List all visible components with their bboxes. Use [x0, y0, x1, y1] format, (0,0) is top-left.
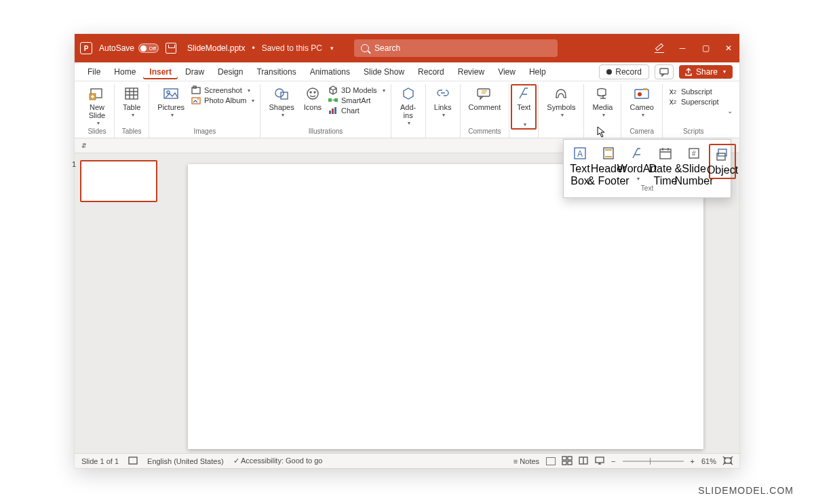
- zoom-slider[interactable]: [623, 461, 684, 462]
- group-scripts: x2Subscript x2Superscript Scripts: [663, 84, 724, 138]
- tab-home[interactable]: Home: [108, 64, 142, 79]
- qat-chevron-icon[interactable]: ⇵: [81, 142, 87, 149]
- slide-canvas[interactable]: [188, 164, 703, 449]
- subscript-button[interactable]: x2Subscript: [668, 87, 719, 96]
- addins-button[interactable]: Add- ins▾: [395, 84, 421, 128]
- text-dropdown-button[interactable]: Text▾: [511, 84, 537, 130]
- svg-rect-36: [605, 156, 612, 157]
- autosave-toggle[interactable]: AutoSave Off: [99, 43, 159, 53]
- shapes-button[interactable]: Shapes▾: [265, 84, 298, 120]
- thumbnail-number: 1: [72, 160, 76, 168]
- minimize-button[interactable]: ─: [677, 43, 688, 54]
- slideshow-view-icon[interactable]: [595, 457, 604, 466]
- accessibility-indicator[interactable]: ✓ Accessibility: Good to go: [233, 457, 323, 465]
- reading-view-icon[interactable]: [579, 457, 588, 466]
- tab-transitions[interactable]: Transitions: [250, 64, 302, 79]
- svg-text:#: #: [692, 150, 696, 157]
- zoom-in-button[interactable]: +: [691, 457, 695, 465]
- tab-help[interactable]: Help: [523, 64, 552, 79]
- powerpoint-icon: P: [80, 42, 92, 54]
- chart-button[interactable]: Chart: [328, 106, 385, 115]
- chevron-down-icon[interactable]: ▾: [330, 45, 334, 52]
- tab-file[interactable]: File: [81, 64, 106, 79]
- language-indicator[interactable]: English (United States): [147, 457, 224, 465]
- object-button[interactable]: Object: [709, 144, 736, 179]
- svg-rect-18: [332, 109, 334, 114]
- cameo-button[interactable]: Cameo▾: [625, 84, 657, 120]
- group-tables: Table▾ Tables: [115, 84, 149, 138]
- tab-animations[interactable]: Animations: [304, 64, 356, 79]
- workspace: 1: [75, 153, 739, 453]
- svg-point-5: [167, 91, 170, 94]
- table-button[interactable]: Table▾: [119, 84, 144, 120]
- group-media: Media▾: [584, 84, 621, 138]
- group-addins: Add- ins▾: [391, 84, 426, 138]
- tab-record[interactable]: Record: [412, 64, 450, 79]
- titlebar: P AutoSave Off SlideModel.pptx • Saved t…: [75, 34, 739, 62]
- svg-rect-23: [643, 88, 647, 90]
- spellcheck-icon[interactable]: [128, 457, 138, 466]
- comment-button[interactable]: Comment: [465, 84, 505, 113]
- svg-point-9: [197, 98, 199, 100]
- smartart-button[interactable]: SmartArt: [328, 96, 385, 105]
- svg-rect-21: [635, 90, 648, 98]
- svg-point-22: [638, 92, 642, 96]
- icons-button[interactable]: Icons: [300, 84, 326, 113]
- tab-insert[interactable]: Insert: [143, 64, 178, 79]
- symbols-button[interactable]: Symbols▾: [543, 84, 579, 120]
- tab-design[interactable]: Design: [212, 64, 249, 79]
- maximize-button[interactable]: ▢: [700, 43, 711, 54]
- document-title: SlideModel.pptx: [187, 43, 245, 53]
- notes-button[interactable]: ≡ Notes: [513, 457, 539, 465]
- group-links: Links▾: [426, 84, 461, 138]
- slidesorter-view-icon[interactable]: [562, 457, 572, 466]
- slide-number-button[interactable]: # Slide Number: [680, 144, 708, 188]
- svg-rect-28: [568, 461, 572, 465]
- media-button[interactable]: Media▾: [588, 84, 617, 120]
- search-input[interactable]: Search: [354, 39, 558, 57]
- slide-indicator[interactable]: Slide 1 of 1: [81, 457, 119, 465]
- zoom-level[interactable]: 61%: [701, 457, 716, 465]
- search-icon: [361, 44, 369, 52]
- group-text-button: Text▾: [509, 84, 539, 138]
- comments-pane-button[interactable]: [655, 64, 674, 79]
- svg-rect-15: [328, 98, 332, 102]
- svg-rect-26: [568, 457, 572, 460]
- photo-album-button[interactable]: Photo Album▾: [191, 96, 254, 105]
- vertical-scrollbar[interactable]: [729, 153, 739, 453]
- svg-rect-24: [129, 457, 137, 464]
- slide-thumbnails[interactable]: 1: [75, 153, 163, 453]
- links-button[interactable]: Links▾: [430, 84, 456, 120]
- svg-rect-0: [660, 69, 668, 74]
- zoom-out-button[interactable]: −: [611, 457, 615, 465]
- ribbon-collapse-button[interactable]: ⌄: [727, 107, 737, 115]
- svg-point-10: [275, 89, 284, 97]
- toggle-off-icon[interactable]: Off: [138, 43, 159, 53]
- svg-rect-27: [562, 461, 566, 465]
- tab-view[interactable]: View: [492, 64, 522, 79]
- group-images: Pictures▾ Screenshot▾ Photo Album▾ Image…: [149, 84, 260, 138]
- superscript-button[interactable]: x2Superscript: [668, 97, 719, 106]
- group-slides: New Slide▾ Slides: [80, 84, 115, 138]
- share-button[interactable]: Share▾: [679, 65, 733, 79]
- tab-review[interactable]: Review: [452, 64, 490, 79]
- 3d-models-button[interactable]: 3D Models▾: [328, 85, 385, 95]
- new-slide-button[interactable]: New Slide▾: [84, 84, 110, 128]
- screenshot-button[interactable]: Screenshot▾: [191, 85, 254, 95]
- close-button[interactable]: ✕: [723, 43, 734, 54]
- fit-to-window-button[interactable]: [723, 457, 733, 466]
- pen-icon[interactable]: [654, 43, 665, 54]
- svg-point-13: [310, 92, 311, 93]
- normal-view-icon[interactable]: [546, 457, 556, 465]
- svg-rect-16: [334, 98, 338, 102]
- pictures-button[interactable]: Pictures▾: [153, 84, 189, 120]
- wordart-button[interactable]: WordArt▾: [623, 144, 651, 183]
- group-comments: Comment Comments: [461, 84, 510, 138]
- svg-rect-17: [329, 111, 331, 114]
- svg-rect-30: [596, 457, 604, 463]
- record-button[interactable]: Record: [599, 64, 649, 79]
- tab-draw[interactable]: Draw: [179, 64, 210, 79]
- save-icon[interactable]: [166, 43, 176, 54]
- slide-thumbnail-1[interactable]: [80, 160, 157, 202]
- tab-slideshow[interactable]: Slide Show: [357, 64, 410, 79]
